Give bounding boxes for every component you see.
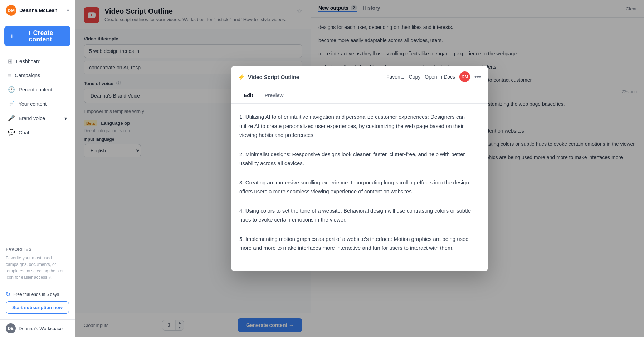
modal-dialog: ⚡ Video Script Outline Favorite Copy Ope…	[231, 66, 488, 271]
modal-content-2: 2. Minimalist designs: Responsive design…	[239, 150, 480, 168]
user-menu[interactable]: DM Deanna McLean ▾	[0, 0, 75, 21]
sidebar-item-label: Dashboard	[16, 59, 41, 64]
workspace-row[interactable]: DE Deanna's Workspace	[0, 319, 75, 337]
plus-icon: +	[10, 33, 14, 39]
dashboard-icon: ⊞	[8, 58, 13, 65]
modal-content-text-2: 2. Minimalist designs: Responsive design…	[239, 150, 480, 168]
modal-content-5: 5. Implementing motion graphics as part …	[239, 234, 480, 253]
campaigns-icon: ≡	[8, 72, 11, 79]
sidebar-navigation: ⊞ Dashboard ≡ Campaigns 🕐 Recent content…	[0, 51, 75, 243]
sidebar-item-label: Recent content	[19, 87, 52, 93]
author-avatar: DM	[459, 71, 470, 82]
sidebar-item-campaigns[interactable]: ≡ Campaigns	[2, 69, 73, 82]
sidebar-item-label: Campaigns	[15, 73, 40, 78]
sidebar: DM Deanna McLean ▾ + + Create content ⊞ …	[0, 0, 75, 337]
sidebar-item-chat[interactable]: 💬 Chat	[2, 125, 73, 139]
chevron-down-icon: ▾	[64, 115, 67, 121]
modal-content-1: 1. Utilizing AI to offer intuitive navig…	[239, 112, 480, 140]
open-in-docs-button[interactable]: Open in Docs	[425, 74, 455, 80]
workspace-avatar: DE	[6, 323, 16, 333]
modal-tab-edit[interactable]: Edit	[238, 88, 259, 103]
ellipsis-icon: •••	[474, 73, 481, 81]
modal-title: Video Script Outline	[248, 74, 299, 80]
user-avatar: DM	[6, 5, 16, 16]
favorites-title: Favorites	[6, 247, 69, 252]
modal-content-3: 3. Creating an immersive scrolling exper…	[239, 178, 480, 196]
modal-tab-preview[interactable]: Preview	[259, 88, 289, 103]
sidebar-footer: ↻ Free trial ends in 6 days Start subscr…	[0, 285, 75, 319]
chat-icon: 💬	[8, 129, 15, 136]
brand-voice-icon: 🎤	[8, 115, 15, 122]
more-options-button[interactable]: •••	[474, 73, 481, 81]
subscription-button[interactable]: Start subscription now	[6, 301, 69, 314]
trial-info: ↻ Free trial ends in 6 days	[6, 291, 69, 298]
modal-content-text-1: 1. Utilizing AI to offer intuitive navig…	[239, 112, 480, 140]
modal-content-text-5: 5. Implementing motion graphics as part …	[239, 234, 480, 253]
favorite-button[interactable]: Favorite	[386, 74, 405, 80]
sidebar-item-your-content[interactable]: 📄 Your content	[2, 97, 73, 111]
create-content-button[interactable]: + + Create content	[4, 26, 70, 46]
sidebar-item-brand-voice[interactable]: 🎤 Brand voice ▾	[2, 111, 73, 125]
modal-header-left: ⚡ Video Script Outline	[238, 74, 299, 80]
modal-header: ⚡ Video Script Outline Favorite Copy Ope…	[231, 66, 488, 88]
modal-body: 1. Utilizing AI to offer intuitive navig…	[231, 104, 488, 271]
workspace-name: Deanna's Workspace	[19, 326, 63, 331]
modal-overlay[interactable]: ⚡ Video Script Outline Favorite Copy Ope…	[75, 0, 644, 337]
trial-text: Free trial ends in 6 days	[13, 292, 59, 297]
main-content: Video Script Outline Create script outli…	[75, 0, 644, 337]
copy-button[interactable]: Copy	[409, 74, 421, 80]
modal-content-text-4: 4. Using colors to set the tone of a web…	[239, 206, 480, 224]
document-icon: 📄	[8, 100, 15, 107]
sidebar-item-label: Brand voice	[19, 115, 45, 121]
sidebar-item-dashboard[interactable]: ⊞ Dashboard	[2, 54, 73, 68]
clock-icon: 🕐	[8, 86, 15, 93]
trial-icon: ↻	[6, 291, 10, 298]
chevron-down-icon: ▾	[67, 8, 69, 13]
modal-title-icon: ⚡	[238, 74, 245, 80]
modal-tabs: Edit Preview	[231, 88, 488, 104]
sidebar-item-recent[interactable]: 🕐 Recent content	[2, 83, 73, 96]
favorites-section: Favorites Favorite your most used campai…	[0, 243, 75, 285]
sidebar-item-label: Chat	[19, 130, 29, 135]
modal-header-right: Favorite Copy Open in Docs DM •••	[386, 71, 481, 82]
modal-content-4: 4. Using colors to set the tone of a web…	[239, 206, 480, 224]
sidebar-item-label: Your content	[19, 101, 47, 107]
favorites-description: Favorite your most used campaigns, docum…	[6, 255, 69, 281]
content-area: Video Script Outline Create script outli…	[75, 0, 644, 337]
user-name: Deanna McLean	[19, 8, 64, 13]
modal-content-text-3: 3. Creating an immersive scrolling exper…	[239, 178, 480, 196]
